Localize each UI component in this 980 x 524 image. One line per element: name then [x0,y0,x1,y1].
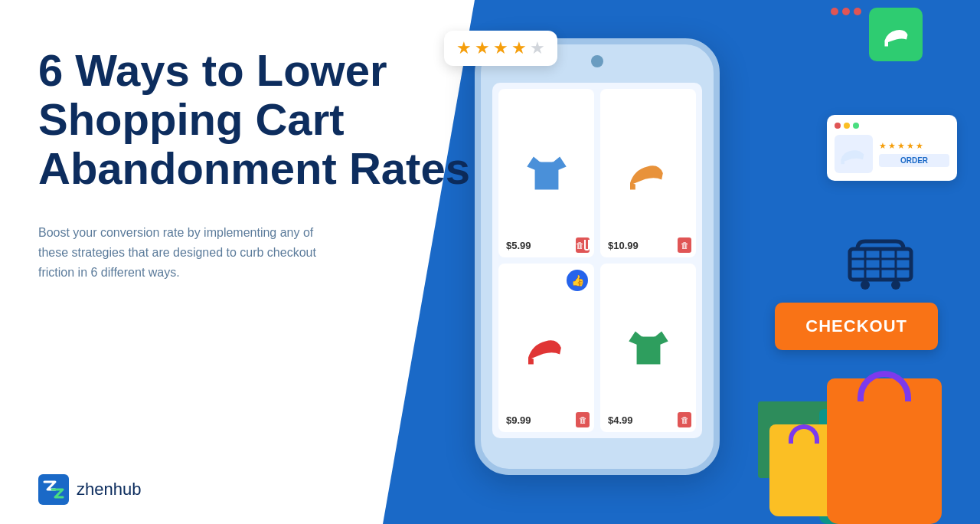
order-dot-1 [835,123,841,129]
dot-3 [854,8,861,15]
order-shoe-image [835,135,873,173]
trash-icon-2[interactable]: 🗑 [678,237,691,253]
trash-icon-4[interactable]: 🗑 [678,412,691,427]
product-card-2: $10.99 🗑 [600,89,696,257]
tshirt-blue-svg [520,150,573,196]
cart-svg [846,237,915,291]
dots-indicator [831,8,861,15]
order-star-4: ★ [906,141,914,151]
dot-1 [831,8,838,15]
star-3: ★ [493,38,508,58]
order-star-2: ★ [888,141,896,151]
order-details: ★ ★ ★ ★ ★ ORDER [879,141,949,167]
product-price-4: $4.99 [608,414,633,426]
rating-bubble: ★ ★ ★ ★ ★ [444,31,557,66]
shoe-orange-svg [622,150,675,196]
product-price-1: $5.99 [506,240,531,251]
trash-icon-3[interactable]: 🗑 [576,412,590,427]
floating-heel-icon [869,8,923,61]
trash-icon-1[interactable]: 🗑 [576,237,590,253]
order-star-5: ★ [916,141,923,151]
svg-point-8 [891,280,900,290]
order-shoe-svg [838,141,869,168]
phone-body: $5.99 🗑 $10.99 🗑 [475,38,720,475]
product-price-3: $9.99 [506,414,531,426]
order-dot-3 [853,123,859,129]
phone-notch [591,55,603,67]
subtitle-text: Boost your conversion rate by implementi… [38,223,345,282]
phone-screen: $5.99 🗑 $10.99 🗑 [492,83,702,438]
dot-2 [842,8,850,15]
star-5: ★ [530,38,545,58]
svg-point-7 [861,280,870,290]
product-card-4: $4.99 🗑 [600,264,696,432]
shoe-red-svg [520,325,573,371]
thumb-up-badge: 👍 [567,270,588,291]
left-content: 6 Ways to Lower Shopping Cart Abandonmen… [38,46,475,282]
order-card-dots [835,123,949,129]
product-card-3: 👍 $9.99 🗑 [498,264,594,432]
star-4: ★ [511,38,527,58]
order-card-content: ★ ★ ★ ★ ★ ORDER [835,135,949,173]
order-star-3: ★ [897,141,905,151]
main-title: 6 Ways to Lower Shopping Cart Abandonmen… [38,46,475,192]
heel-svg [879,18,913,52]
page-wrapper: 6 Ways to Lower Shopping Cart Abandonmen… [0,0,980,524]
star-2: ★ [475,38,490,58]
order-dot-2 [844,123,850,129]
logo-area: zhenhub [38,474,141,505]
order-stars: ★ ★ ★ ★ ★ [879,141,949,151]
cart-floating [846,237,915,294]
logo-text: zhenhub [77,480,141,499]
zhenhub-logo-icon [38,474,69,505]
phone-mockup: $5.99 🗑 $10.99 🗑 [475,38,720,475]
tshirt-green-svg [622,325,675,371]
star-1: ★ [456,38,472,58]
checkout-button[interactable]: CHECKOUT [775,303,938,350]
order-star-1: ★ [879,141,887,151]
order-card: ★ ★ ★ ★ ★ ORDER [827,115,957,181]
product-price-2: $10.99 [608,240,639,251]
product-card-1: $5.99 🗑 [498,89,594,257]
order-button[interactable]: ORDER [879,154,949,167]
